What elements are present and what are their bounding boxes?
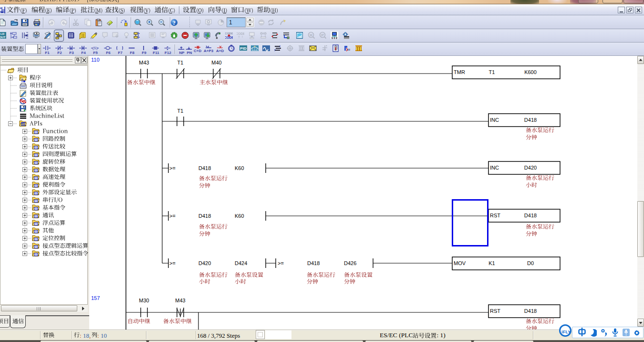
svg-text:API: API	[21, 123, 26, 126]
svg-text:M: M	[310, 33, 312, 37]
svg-text:IP: IP	[321, 33, 324, 37]
svg-text:CODE: CODE	[225, 36, 233, 39]
svg-text:PID: PID	[240, 46, 247, 51]
svg-text:(S): (S)	[93, 46, 98, 50]
svg-text:OUT: OUT	[0, 36, 6, 39]
svg-text:CODE: CODE	[237, 32, 244, 35]
svg-text:S: S	[289, 46, 291, 51]
svg-text:LD: LD	[0, 32, 5, 35]
svg-text:C: C	[166, 46, 168, 50]
svg-text:R: R	[25, 109, 28, 112]
svg-text:?: ?	[173, 20, 176, 26]
